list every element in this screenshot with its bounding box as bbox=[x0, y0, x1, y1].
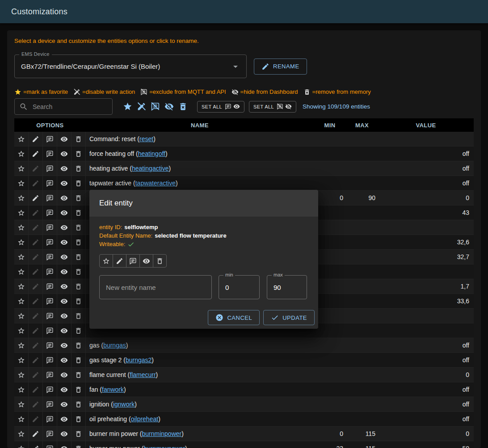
eye-option-button[interactable] bbox=[57, 368, 72, 382]
edit-option-button[interactable] bbox=[29, 176, 43, 190]
delete-option-button[interactable] bbox=[72, 264, 86, 279]
eye-option-button[interactable] bbox=[57, 338, 72, 352]
cancel-button[interactable]: CANCEL bbox=[208, 310, 260, 325]
eye-option-button[interactable] bbox=[57, 250, 72, 264]
star-option-button[interactable] bbox=[14, 309, 29, 323]
eye-option-button[interactable] bbox=[57, 264, 72, 279]
delete-forever-filter-button[interactable] bbox=[176, 100, 190, 113]
comment-option-button[interactable] bbox=[43, 323, 57, 338]
edit-option-button[interactable] bbox=[29, 161, 43, 176]
edit-option-button[interactable] bbox=[29, 427, 43, 441]
star-option-button[interactable] bbox=[14, 323, 29, 338]
star-option-button[interactable] bbox=[14, 264, 29, 279]
delete-option-button[interactable] bbox=[72, 427, 86, 441]
device-select[interactable]: EMS Device GBx72/Trendline/Cerapur/Green… bbox=[14, 54, 247, 78]
star-option-button[interactable] bbox=[14, 294, 29, 308]
star-option-button[interactable] bbox=[14, 412, 29, 426]
set-all-enable-button[interactable]: SET ALL bbox=[197, 101, 244, 113]
entity-shortname-link[interactable]: heatingactive bbox=[132, 165, 169, 172]
edit-toggle-button[interactable] bbox=[113, 254, 126, 268]
eye-option-button[interactable] bbox=[57, 353, 72, 367]
delete-option-button[interactable] bbox=[72, 176, 86, 190]
eye-option-button[interactable] bbox=[57, 191, 72, 205]
edit-off-filter-button[interactable] bbox=[135, 100, 148, 113]
delete-option-button[interactable] bbox=[72, 147, 86, 161]
star-option-button[interactable] bbox=[14, 353, 29, 367]
delete-option-button[interactable] bbox=[72, 309, 86, 323]
delete-option-button[interactable] bbox=[72, 368, 86, 382]
delete-option-button[interactable] bbox=[72, 161, 86, 176]
search-field[interactable] bbox=[14, 98, 113, 115]
delete-option-button[interactable] bbox=[72, 220, 86, 234]
star-option-button[interactable] bbox=[14, 338, 29, 352]
comment-option-button[interactable] bbox=[43, 205, 57, 220]
edit-option-button[interactable] bbox=[29, 250, 43, 264]
comment-toggle-button[interactable] bbox=[126, 254, 140, 268]
new-entity-name-input[interactable] bbox=[100, 284, 211, 291]
entity-shortname-link[interactable]: burnminpower bbox=[142, 430, 182, 437]
comment-option-button[interactable] bbox=[43, 250, 57, 264]
edit-option-button[interactable] bbox=[29, 205, 43, 220]
star-option-button[interactable] bbox=[14, 368, 29, 382]
min-field[interactable]: min bbox=[219, 275, 260, 299]
comment-off-filter-button[interactable] bbox=[148, 100, 162, 113]
star-option-button[interactable] bbox=[14, 235, 29, 249]
update-button[interactable]: UPDATE bbox=[263, 310, 315, 325]
edit-option-button[interactable] bbox=[29, 323, 43, 338]
star-option-button[interactable] bbox=[14, 205, 29, 220]
comment-option-button[interactable] bbox=[43, 235, 57, 249]
max-field[interactable]: max bbox=[267, 275, 307, 299]
entity-shortname-link[interactable]: tapwateractive bbox=[135, 180, 176, 187]
delete-option-button[interactable] bbox=[72, 279, 86, 293]
eye-option-button[interactable] bbox=[57, 397, 72, 411]
delete-option-button[interactable] bbox=[72, 191, 86, 205]
eye-option-button[interactable] bbox=[57, 412, 72, 426]
delete-option-button[interactable] bbox=[72, 132, 86, 146]
comment-option-button[interactable] bbox=[43, 368, 57, 382]
max-input[interactable] bbox=[267, 284, 307, 291]
comment-option-button[interactable] bbox=[43, 176, 57, 190]
entity-shortname-link[interactable]: flamecurr bbox=[130, 371, 156, 378]
delete-option-button[interactable] bbox=[72, 412, 86, 426]
star-option-button[interactable] bbox=[14, 147, 29, 161]
comment-option-button[interactable] bbox=[43, 264, 57, 279]
eye-option-button[interactable] bbox=[57, 147, 72, 161]
comment-option-button[interactable] bbox=[43, 338, 57, 352]
edit-option-button[interactable] bbox=[29, 338, 43, 352]
edit-option-button[interactable] bbox=[29, 235, 43, 249]
eye-option-button[interactable] bbox=[57, 235, 72, 249]
star-option-button[interactable] bbox=[14, 176, 29, 190]
eye-option-button[interactable] bbox=[57, 205, 72, 220]
delete-option-button[interactable] bbox=[72, 441, 86, 448]
delete-option-button[interactable] bbox=[72, 323, 86, 338]
entity-shortname-link[interactable]: oilpreheat bbox=[131, 415, 159, 423]
comment-option-button[interactable] bbox=[43, 161, 57, 176]
eye-option-button[interactable] bbox=[57, 294, 72, 308]
comment-option-button[interactable] bbox=[43, 279, 57, 293]
edit-option-button[interactable] bbox=[29, 147, 43, 161]
star-option-button[interactable] bbox=[14, 441, 29, 448]
star-option-button[interactable] bbox=[14, 382, 29, 397]
eye-option-button[interactable] bbox=[57, 161, 72, 176]
comment-option-button[interactable] bbox=[43, 309, 57, 323]
comment-option-button[interactable] bbox=[43, 220, 57, 234]
eye-option-button[interactable] bbox=[57, 132, 72, 146]
eye-option-button[interactable] bbox=[57, 382, 72, 397]
star-filled-filter-button[interactable] bbox=[121, 100, 135, 113]
comment-option-button[interactable] bbox=[43, 132, 57, 146]
eye-option-button[interactable] bbox=[57, 309, 72, 323]
eye-off-filter-button[interactable] bbox=[162, 100, 176, 113]
comment-option-button[interactable] bbox=[43, 382, 57, 397]
comment-option-button[interactable] bbox=[43, 147, 57, 161]
eye-option-button[interactable] bbox=[57, 220, 72, 234]
delete-option-button[interactable] bbox=[72, 338, 86, 352]
comment-option-button[interactable] bbox=[43, 441, 57, 448]
entity-shortname-link[interactable]: burngas bbox=[103, 342, 126, 349]
delete-option-button[interactable] bbox=[72, 250, 86, 264]
delete-option-button[interactable] bbox=[72, 353, 86, 367]
edit-option-button[interactable] bbox=[29, 132, 43, 146]
star-toggle-button[interactable] bbox=[99, 254, 113, 268]
entity-shortname-link[interactable]: burngas2 bbox=[126, 356, 151, 364]
comment-option-button[interactable] bbox=[43, 353, 57, 367]
edit-option-button[interactable] bbox=[29, 441, 43, 448]
